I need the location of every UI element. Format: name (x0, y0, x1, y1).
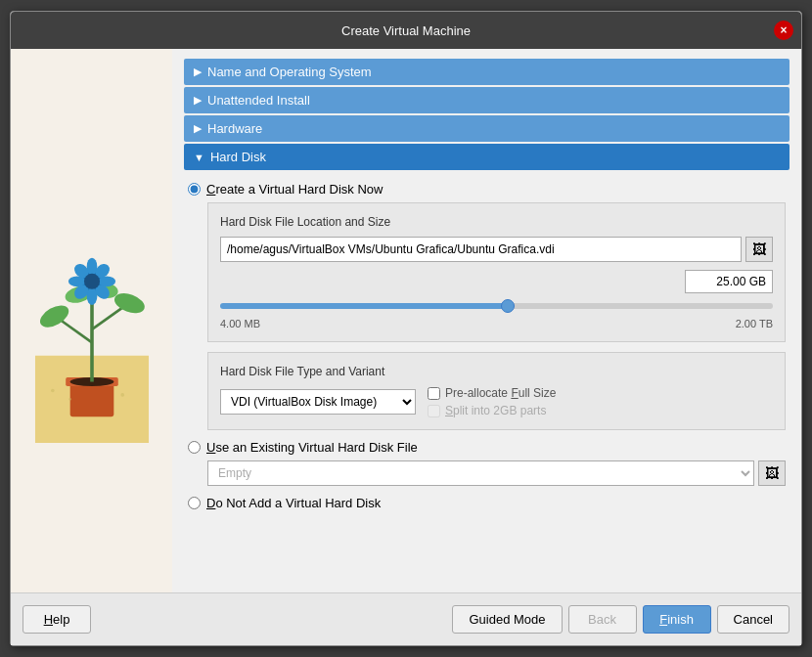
existing-browse-button[interactable]: 🖼 (758, 460, 786, 486)
back-label: Back (588, 612, 616, 627)
pre-allocate-checkbox[interactable] (428, 387, 440, 400)
footer-right: Guided Mode Back Finish Cancel (452, 605, 789, 634)
format-select[interactable]: VDI (VirtualBox Disk Image) VHD (Virtual… (220, 389, 416, 415)
file-browse-icon: 🖼 (752, 241, 766, 257)
help-button[interactable]: Help (23, 605, 91, 634)
svg-line-5 (61, 321, 91, 342)
do-not-add-text: Do Not Add a Virtual Hard Disk (206, 496, 381, 510)
pre-allocate-text: Pre-allocate Full Size (445, 386, 556, 400)
cancel-button[interactable]: Cancel (717, 605, 789, 634)
split-label[interactable]: Split into 2GB parts (428, 404, 556, 417)
content-area: ▶ Name and Operating System ▶ Unattended… (11, 49, 801, 592)
existing-browse-icon: 🖼 (765, 465, 779, 481)
svg-rect-1 (69, 382, 113, 417)
split-text: Split into 2GB parts (445, 404, 546, 417)
title-bar: Create Virtual Machine × (11, 12, 801, 49)
cancel-label: Cancel (734, 612, 773, 627)
hard-disk-section: Create a Virtual Hard Disk Now Hard Disk… (184, 172, 789, 530)
nav-arrow-hard-disk: ▼ (194, 152, 204, 163)
existing-row: Empty 🖼 (207, 460, 786, 486)
svg-point-21 (51, 389, 55, 393)
size-slider[interactable] (220, 303, 773, 309)
file-type-section: Hard Disk File Type and Variant VDI (Vir… (207, 352, 786, 430)
type-row: VDI (VirtualBox Disk Image) VHD (Virtual… (220, 386, 773, 417)
split-checkbox (428, 405, 440, 417)
create-vhd-radio[interactable] (188, 183, 201, 196)
use-existing-label[interactable]: Use an Existing Virtual Hard Disk File (188, 440, 786, 455)
file-browse-button[interactable]: 🖼 (745, 237, 773, 262)
svg-point-20 (83, 274, 99, 289)
nav-item-unattended[interactable]: ▶ Unattended Install (184, 87, 789, 113)
file-type-title: Hard Disk File Type and Variant (220, 365, 773, 378)
sidebar-illustration (11, 49, 172, 592)
nav-label-unattended: Unattended Install (207, 93, 310, 108)
create-vhd-label[interactable]: Create a Virtual Hard Disk Now (188, 182, 786, 197)
main-panel: ▶ Name and Operating System ▶ Unattended… (172, 49, 801, 592)
use-existing-radio[interactable] (188, 441, 201, 454)
finish-label: Finish (659, 612, 694, 627)
size-value-input[interactable] (685, 270, 773, 293)
nav-arrow-unattended: ▶ (194, 94, 202, 107)
nav-arrow-hardware: ▶ (194, 122, 202, 135)
create-vhd-option: Create a Virtual Hard Disk Now Hard Disk… (188, 182, 786, 430)
file-path-input[interactable] (220, 237, 742, 262)
pre-allocate-label[interactable]: Pre-allocate Full Size (428, 386, 556, 400)
nav-label-name-os: Name and Operating System (207, 65, 372, 79)
nav-label-hard-disk: Hard Disk (210, 150, 266, 164)
footer: Help Guided Mode Back Finish Cancel (11, 592, 801, 645)
do-not-add-option: Do Not Add a Virtual Hard Disk (188, 496, 786, 510)
guided-mode-label: Guided Mode (469, 612, 545, 627)
nav-item-hard-disk[interactable]: ▼ Hard Disk (184, 144, 789, 170)
svg-point-23 (120, 393, 124, 397)
slider-labels: 4.00 MB 2.00 TB (220, 318, 773, 329)
file-path-row: 🖼 (220, 237, 773, 262)
finish-button[interactable]: Finish (643, 605, 711, 634)
checkboxes: Pre-allocate Full Size Split into 2GB pa… (428, 386, 556, 417)
existing-select[interactable]: Empty (207, 460, 754, 486)
nav-label-hardware: Hardware (207, 121, 262, 136)
file-location-section: Hard Disk File Location and Size 🖼 (207, 202, 786, 342)
create-vm-dialog: Create Virtual Machine × (10, 11, 802, 646)
nav-item-hardware[interactable]: ▶ Hardware (184, 115, 789, 142)
use-existing-option: Use an Existing Virtual Hard Disk File E… (188, 440, 786, 486)
guided-mode-button[interactable]: Guided Mode (452, 605, 562, 634)
svg-line-6 (92, 308, 122, 329)
create-vhd-text: Create a Virtual Hard Disk Now (206, 182, 383, 197)
footer-left: Help (23, 605, 91, 634)
do-not-add-radio[interactable] (188, 497, 201, 509)
close-button[interactable]: × (774, 21, 793, 40)
nav-arrow-name-os: ▶ (194, 66, 202, 78)
svg-point-7 (36, 301, 72, 332)
do-not-add-label[interactable]: Do Not Add a Virtual Hard Disk (188, 496, 786, 510)
slider-max-label: 2.00 TB (736, 318, 773, 329)
slider-min-label: 4.00 MB (220, 318, 260, 329)
plant-illustration (28, 198, 156, 443)
nav-item-name-os[interactable]: ▶ Name and Operating System (184, 59, 789, 85)
size-slider-container (220, 297, 773, 312)
svg-point-22 (68, 398, 71, 401)
dialog-title: Create Virtual Machine (341, 23, 471, 38)
file-location-title: Hard Disk File Location and Size (220, 215, 773, 229)
nav-steps: ▶ Name and Operating System ▶ Unattended… (184, 59, 789, 172)
size-value-row (220, 270, 773, 293)
help-label: Help (44, 612, 70, 627)
back-button[interactable]: Back (568, 605, 637, 634)
sidebar (11, 49, 172, 592)
use-existing-text: Use an Existing Virtual Hard Disk File (206, 440, 418, 455)
